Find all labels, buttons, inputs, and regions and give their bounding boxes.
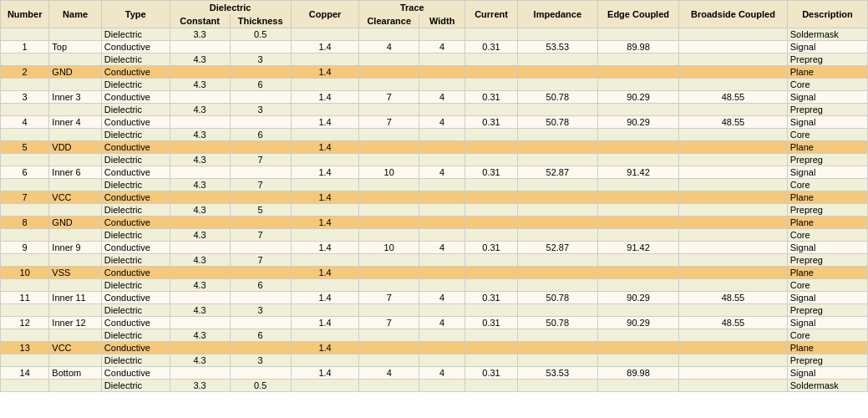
- table-row: Dielectric4.37Prepreg: [1, 154, 868, 166]
- table-cell: 50.78: [517, 116, 597, 129]
- table-cell: [359, 279, 419, 292]
- table-cell: [597, 229, 678, 242]
- table-cell: 1.4: [291, 166, 359, 179]
- table-cell: 14: [1, 367, 49, 380]
- table-cell: [49, 28, 101, 41]
- table-cell: Prepreg: [787, 54, 867, 66]
- table-cell: Conductive: [101, 91, 170, 104]
- table-cell: Inner 11: [49, 292, 101, 304]
- table-cell: [597, 28, 678, 41]
- table-cell: [419, 229, 465, 242]
- table-cell: [359, 129, 419, 141]
- table-cell: 12: [1, 317, 49, 329]
- table-cell: [679, 304, 788, 317]
- table-cell: [230, 267, 291, 279]
- table-cell: [597, 217, 678, 229]
- table-cell: [419, 329, 465, 342]
- table-cell: 1.4: [291, 267, 359, 279]
- table-cell: 3.3: [170, 380, 230, 392]
- table-cell: [1, 380, 49, 392]
- table-row: 8GNDConductive1.4Plane: [1, 217, 868, 229]
- table-cell: [517, 304, 597, 317]
- table-cell: [230, 342, 291, 354]
- table-row: 2GNDConductive1.4Plane: [1, 66, 868, 79]
- table-cell: 4.3: [170, 279, 230, 292]
- table-cell: Conductive: [101, 292, 170, 304]
- table-cell: [1, 154, 49, 166]
- header-broadside-group: Broadside Coupled: [679, 1, 788, 28]
- header-number: Number: [1, 1, 49, 28]
- table-cell: [1, 54, 49, 66]
- table-cell: Plane: [787, 342, 867, 354]
- table-cell: Dielectric: [101, 354, 170, 367]
- table-cell: 1.4: [291, 292, 359, 304]
- table-cell: [597, 380, 678, 392]
- table-cell: [597, 129, 678, 141]
- table-row: Dielectric4.37Core: [1, 229, 868, 242]
- table-row: 7VCCConductive1.4Plane: [1, 191, 868, 204]
- table-cell: [291, 304, 359, 317]
- table-cell: [170, 367, 230, 380]
- table-cell: Signal: [787, 41, 867, 54]
- table-row: Dielectric4.33Prepreg: [1, 354, 868, 367]
- table-row: Dielectric4.35Prepreg: [1, 204, 868, 217]
- table-cell: [465, 380, 517, 392]
- table-cell: [517, 254, 597, 267]
- table-cell: Inner 4: [49, 116, 101, 129]
- table-cell: [1, 229, 49, 242]
- table-cell: 4: [419, 116, 465, 129]
- table-cell: 4.3: [170, 79, 230, 91]
- table-cell: Conductive: [101, 217, 170, 229]
- table-cell: Signal: [787, 317, 867, 329]
- table-cell: 48.55: [679, 91, 788, 104]
- table-cell: [170, 166, 230, 179]
- table-cell: [597, 154, 678, 166]
- table-cell: [170, 267, 230, 279]
- table-cell: Dielectric: [101, 28, 170, 41]
- table-cell: [679, 79, 788, 91]
- table-cell: [597, 79, 678, 91]
- table-cell: [465, 329, 517, 342]
- table-cell: 91.42: [597, 242, 678, 254]
- table-cell: [49, 204, 101, 217]
- table-cell: 7: [230, 179, 291, 191]
- table-row: Dielectric4.33Prepreg: [1, 104, 868, 116]
- table-cell: [679, 191, 788, 204]
- table-cell: [170, 66, 230, 79]
- table-cell: [1, 104, 49, 116]
- table-cell: 0.31: [465, 116, 517, 129]
- table-cell: 53.53: [517, 367, 597, 380]
- table-cell: [1, 28, 49, 41]
- table-cell: 0.31: [465, 367, 517, 380]
- table-cell: [465, 191, 517, 204]
- table-cell: 48.55: [679, 317, 788, 329]
- table-cell: [49, 104, 101, 116]
- table-cell: 0.5: [230, 380, 291, 392]
- table-cell: 7: [230, 229, 291, 242]
- table-cell: [465, 304, 517, 317]
- header-trace-group: Trace: [359, 1, 465, 15]
- table-body: Dielectric3.30.5Soldermask1TopConductive…: [1, 28, 868, 392]
- table-cell: [49, 354, 101, 367]
- table-row: 3Inner 3Conductive1.4740.3150.7890.2948.…: [1, 91, 868, 104]
- table-cell: [597, 104, 678, 116]
- table-cell: [291, 104, 359, 116]
- table-cell: 7: [359, 292, 419, 304]
- table-cell: [517, 191, 597, 204]
- table-cell: 1.4: [291, 116, 359, 129]
- table-cell: 10: [359, 166, 419, 179]
- table-cell: Plane: [787, 217, 867, 229]
- table-cell: [170, 292, 230, 304]
- table-cell: 4.3: [170, 179, 230, 191]
- table-cell: 0.31: [465, 242, 517, 254]
- table-cell: 0.31: [465, 292, 517, 304]
- table-cell: [679, 66, 788, 79]
- table-cell: [517, 104, 597, 116]
- table-cell: Core: [787, 229, 867, 242]
- header-type: Type: [101, 1, 170, 28]
- table-cell: Conductive: [101, 141, 170, 154]
- table-cell: [230, 217, 291, 229]
- table-cell: [49, 54, 101, 66]
- table-cell: Dielectric: [101, 279, 170, 292]
- table-cell: Conductive: [101, 166, 170, 179]
